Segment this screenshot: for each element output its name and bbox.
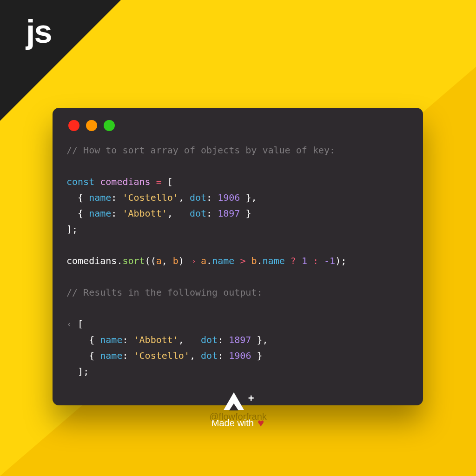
code-prop: name: [100, 334, 122, 345]
code-prop: dot: [201, 334, 218, 345]
code-keyword: const: [66, 176, 94, 187]
corner-badge: js: [0, 0, 121, 121]
code-operator: =: [156, 176, 162, 187]
code-arrow: ⇒: [190, 255, 195, 266]
code-number: 1906: [218, 192, 240, 203]
footer-branding: + Made with ♥: [66, 392, 409, 430]
code-window: // How to sort array of objects by value…: [53, 108, 423, 405]
code-param: b: [251, 255, 257, 266]
js-label: js: [26, 13, 51, 50]
maximize-dot-icon: [104, 120, 115, 131]
aplus-logo-icon: +: [222, 392, 254, 413]
code-operator: >: [240, 255, 245, 266]
aplus-plus: +: [248, 393, 254, 403]
minimize-dot-icon: [86, 120, 97, 131]
code-variable: comedians: [100, 176, 150, 187]
code-number: -1: [324, 255, 335, 266]
code-prop: name: [212, 255, 234, 266]
code-string: 'Costello': [122, 192, 178, 203]
code-object: comedians: [66, 255, 117, 266]
code-string: 'Abbott': [134, 334, 178, 345]
code-param: a: [201, 255, 206, 266]
code-param: a: [156, 255, 162, 266]
code-operator: ?: [291, 255, 296, 266]
code-prop: dot: [201, 350, 218, 361]
code-number: 1906: [229, 350, 251, 361]
window-controls: [68, 120, 409, 131]
code-comment: // How to sort array of objects by value…: [66, 145, 335, 156]
code-number: 1: [302, 255, 307, 266]
code-string: 'Abbott': [122, 208, 167, 219]
author-handle: @flowforfrank: [0, 411, 476, 422]
code-prop: name: [89, 208, 111, 219]
code-prop: name: [263, 255, 285, 266]
code-comment: // Results in the following output:: [66, 287, 262, 298]
code-param: b: [173, 255, 178, 266]
code-string: 'Costello': [134, 350, 190, 361]
code-bracket: ];: [66, 224, 78, 235]
code-number: 1897: [229, 334, 251, 345]
code-bracket: [: [78, 318, 83, 330]
code-method: sort: [122, 255, 145, 266]
code-prop: name: [100, 350, 122, 361]
close-dot-icon: [68, 120, 79, 131]
code-bracket: [: [167, 176, 173, 187]
code-block: // How to sort array of objects by value…: [66, 142, 409, 379]
code-prop: dot: [190, 192, 206, 203]
code-number: 1897: [218, 208, 240, 219]
code-prop: name: [89, 192, 111, 203]
output-marker: ‹: [66, 318, 72, 330]
code-operator: :: [313, 255, 318, 266]
code-prop: dot: [190, 208, 206, 219]
code-bracket: ];: [78, 366, 89, 377]
